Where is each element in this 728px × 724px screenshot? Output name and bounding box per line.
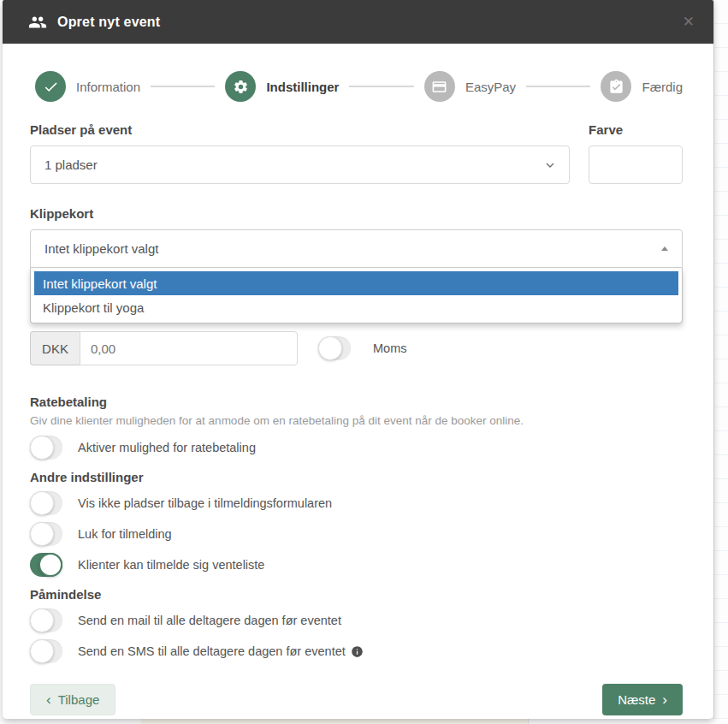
- pladser-label: Pladser på event: [30, 122, 570, 137]
- close-icon[interactable]: ✕: [678, 9, 700, 34]
- toggle-label: Send en mail til alle deltagere dagen fø…: [78, 614, 341, 627]
- toggle-label: Klienter kan tilmelde sig venteliste: [78, 558, 264, 572]
- step-information: Information: [35, 71, 140, 102]
- price-input[interactable]: [80, 331, 298, 365]
- paamindelse-title: Påmindelse: [30, 587, 683, 602]
- currency-addon: DKK: [30, 331, 80, 365]
- step-connector: [349, 86, 413, 87]
- modal-header: Opret nyt event ✕: [3, 0, 713, 44]
- pladser-selected-value: 1 pladser: [44, 157, 543, 172]
- andre-indstillinger-title: Andre indstillinger: [30, 470, 683, 484]
- ratebetaling-toggle[interactable]: [30, 436, 62, 460]
- create-event-modal: Opret nyt event ✕ Information Indstillin…: [3, 0, 713, 719]
- farve-input[interactable]: [589, 145, 683, 184]
- klippekort-selected-value: Intet klippekort valgt: [44, 241, 661, 256]
- next-button[interactable]: Næste ›: [602, 684, 683, 715]
- gear-icon: [225, 71, 256, 102]
- moms-label: Moms: [373, 341, 406, 355]
- background-page-right: [713, 0, 728, 724]
- step-label: Indstillinger: [266, 80, 339, 94]
- moms-toggle[interactable]: [318, 336, 351, 360]
- toggle-label: Vis ikke pladser tilbage i tilmeldingsfo…: [78, 496, 332, 510]
- step-label: Færdig: [642, 80, 683, 94]
- chevron-right-icon: ›: [662, 691, 667, 709]
- klippekort-label: Klippekort: [30, 206, 683, 221]
- venteliste-toggle[interactable]: [30, 553, 62, 577]
- step-connector: [151, 86, 215, 87]
- toggle-label: Aktiver mulighed for ratebetaling: [78, 441, 256, 454]
- step-label: EasyPay: [465, 80, 516, 94]
- ratebetaling-description: Giv dine klienter muligheden for at anmo…: [30, 414, 683, 427]
- pladser-select[interactable]: 1 pladser: [30, 145, 570, 184]
- clipboard-check-icon: [601, 71, 631, 102]
- chevron-left-icon: ‹: [46, 691, 51, 709]
- dropdown-option[interactable]: Intet klippekort valgt: [34, 271, 678, 295]
- step-faerdig: Færdig: [601, 71, 683, 102]
- step-connector: [526, 86, 590, 87]
- step-easypay: EasyPay: [424, 71, 516, 102]
- step-indstillinger: Indstillinger: [225, 71, 339, 102]
- toggle-label: Luk for tilmelding: [78, 527, 172, 541]
- credit-card-icon: [424, 71, 455, 102]
- send-mail-toggle[interactable]: [30, 608, 62, 632]
- background-page-bottom: [0, 719, 728, 724]
- stepper: Information Indstillinger EasyPay: [35, 71, 683, 102]
- step-label: Information: [76, 80, 140, 94]
- check-icon: [35, 71, 66, 102]
- dropdown-option[interactable]: Klippekort til yoga: [34, 295, 678, 319]
- modal-title: Opret nyt event: [57, 15, 678, 30]
- ratebetaling-title: Ratebetaling: [30, 395, 683, 409]
- info-icon[interactable]: [351, 645, 364, 658]
- chevron-up-icon: [661, 246, 668, 251]
- toggle-label: Send en SMS til alle deltagere dagen før…: [78, 644, 364, 658]
- vis-ikke-pladser-toggle[interactable]: [30, 491, 62, 515]
- back-button[interactable]: ‹ Tilbage: [30, 684, 115, 715]
- klippekort-select[interactable]: Intet klippekort valgt: [30, 229, 683, 268]
- people-icon: [28, 13, 47, 32]
- chevron-down-icon: [543, 158, 557, 172]
- klippekort-dropdown: Intet klippekort valgt Klippekort til yo…: [30, 268, 683, 323]
- send-sms-toggle[interactable]: [30, 639, 62, 663]
- luk-for-tilmelding-toggle[interactable]: [30, 522, 62, 546]
- farve-label: Farve: [589, 122, 683, 137]
